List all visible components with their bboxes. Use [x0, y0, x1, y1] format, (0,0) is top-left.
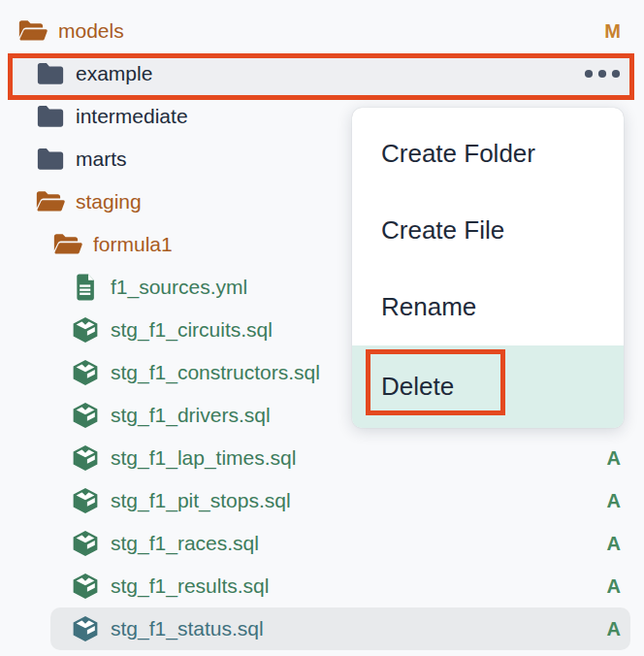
git-status-badge: M: [604, 20, 621, 43]
folder-open-icon: [35, 189, 66, 214]
ellipsis-icon[interactable]: [584, 69, 621, 79]
tree-item-label: intermediate: [76, 105, 188, 128]
cube-icon: [70, 316, 101, 344]
tree-item-label: formula1: [93, 233, 173, 256]
folder-open-icon: [17, 18, 48, 44]
cube-icon: [70, 359, 101, 386]
tree-item-label: stg_f1_constructors.sql: [111, 361, 320, 384]
tree-item-label: stg_f1_results.sql: [111, 574, 269, 598]
tree-item-label: stg_f1_status.sql: [111, 617, 264, 640]
cube-icon: [70, 573, 101, 600]
folder-icon: [35, 61, 66, 86]
tree-item-label: stg_f1_circuits.sql: [111, 318, 273, 342]
cube-icon: [70, 530, 101, 557]
tree-item-stg-f1-status-sql[interactable]: stg_f1_status.sqlA: [50, 607, 630, 650]
folder-icon: [35, 147, 66, 172]
file-lines-icon: [70, 274, 101, 301]
tree-item-label: stg_f1_lap_times.sql: [111, 446, 296, 470]
tree-item-label: stg_f1_drivers.sql: [111, 404, 271, 427]
context-menu: Create FolderCreate FileRenameDelete: [352, 108, 624, 428]
git-status-badge: A: [607, 533, 621, 555]
tree-item-label: example: [76, 62, 152, 85]
folder-open-icon: [52, 232, 83, 257]
cube-icon: [70, 615, 101, 642]
tree-item-label: stg_f1_races.sql: [111, 532, 259, 555]
git-status-badge: A: [607, 447, 621, 470]
tree-item-stg-f1-results-sql[interactable]: stg_f1_results.sqlA: [0, 565, 644, 607]
cube-icon: [70, 444, 101, 472]
folder-icon: [35, 104, 66, 129]
tree-item-label: models: [58, 19, 124, 43]
git-status-badge: A: [607, 618, 621, 640]
tree-item-stg-f1-races-sql[interactable]: stg_f1_races.sqlA: [0, 522, 644, 565]
cube-icon: [70, 487, 101, 514]
tree-item-stg-f1-pit-stops-sql[interactable]: stg_f1_pit_stops.sqlA: [0, 479, 644, 522]
tree-item-models[interactable]: modelsM: [0, 10, 644, 52]
menu-item-create-file[interactable]: Create File: [352, 192, 624, 269]
git-status-badge: A: [607, 575, 621, 598]
menu-item-rename[interactable]: Rename: [352, 269, 624, 345]
git-status-badge: A: [607, 490, 621, 512]
menu-item-create-folder[interactable]: Create Folder: [352, 115, 624, 192]
tree-item-example[interactable]: example: [0, 52, 644, 95]
menu-item-delete[interactable]: Delete: [352, 345, 624, 428]
cube-icon: [70, 402, 101, 429]
tree-item-stg-f1-lap-times-sql[interactable]: stg_f1_lap_times.sqlA: [0, 437, 644, 479]
tree-item-label: stg_f1_pit_stops.sql: [111, 489, 291, 512]
tree-item-label: marts: [76, 148, 127, 171]
tree-item-label: f1_sources.yml: [111, 276, 247, 299]
tree-item-label: staging: [76, 190, 142, 213]
